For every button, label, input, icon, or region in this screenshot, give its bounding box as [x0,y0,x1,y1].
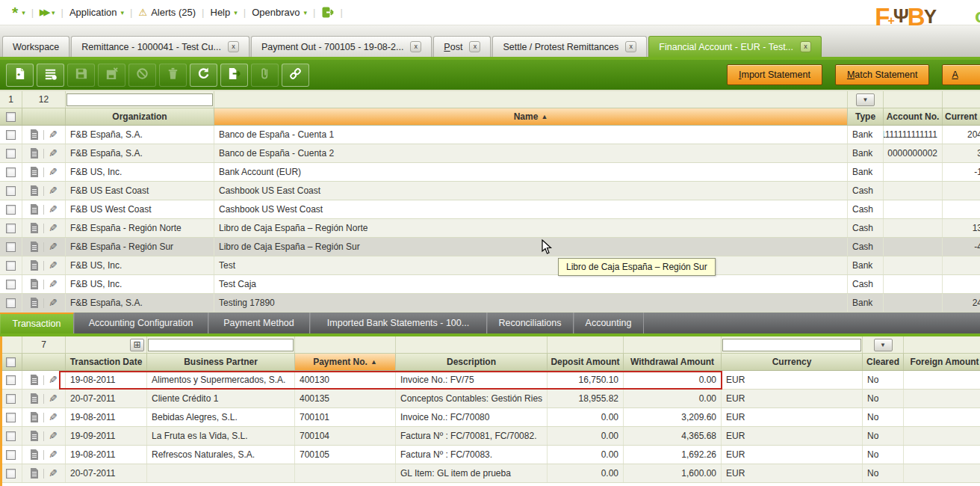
column-header-description[interactable]: Description [396,354,548,370]
tab-close-icon[interactable]: x [228,41,239,52]
tab-close-icon[interactable]: x [625,41,636,52]
filter-dropdown-icon[interactable]: ▼ [856,93,875,106]
row-checkbox[interactable] [6,375,16,385]
transaction-row[interactable]: ✎20-07-2011GL Item: GL item de prueba0.0… [0,464,980,483]
edit-record-icon[interactable]: ✎ [49,431,58,440]
transaction-row[interactable]: ✎19-08-2011Bebidas Alegres, S.L.700101In… [0,408,980,427]
column-header-blank[interactable] [22,108,66,125]
transaction-row[interactable]: ✎19-08-2011Alimentos y Supermercados, S.… [0,371,980,390]
view-record-icon[interactable] [30,204,39,215]
edit-record-icon[interactable]: ✎ [49,298,58,307]
application-menu[interactable]: Application ▾ [65,5,128,19]
column-header-transaction-date[interactable]: Transaction Date [66,354,147,370]
subtab-reconciliations[interactable]: Reconciliations [487,313,574,333]
account-row[interactable]: ✎F&B España, S.A.Testing 17890Bank24 [0,294,980,313]
tab-workspace[interactable]: Workspace [2,36,69,57]
edit-record-icon[interactable]: ✎ [49,186,58,195]
view-record-icon[interactable] [30,148,39,159]
import-statement-button[interactable]: Import Statement [727,64,822,85]
edit-record-icon[interactable]: ✎ [49,167,58,176]
tab-remittance-1000041-test-cu[interactable]: Remittance - 1000041 - Test Cu...x [71,36,249,57]
account-row[interactable]: ✎F&B España - Región SurLibro de Caja Es… [0,238,980,256]
row-checkbox[interactable] [6,261,16,271]
view-record-icon[interactable] [30,431,39,441]
tab-payment-out-700105-19-08-2[interactable]: Payment Out - 700105 - 19-08-2...x [251,36,432,57]
view-record-icon[interactable] [30,468,39,479]
organization-filter-input[interactable] [66,93,213,106]
view-record-icon[interactable] [30,298,39,308]
row-checkbox[interactable] [6,130,16,140]
column-header-deposit-amount[interactable]: Deposit Amount [548,354,624,370]
row-checkbox[interactable] [6,186,16,196]
row-checkbox[interactable] [6,469,16,479]
edit-record-icon[interactable]: ✎ [49,224,58,233]
view-record-icon[interactable] [30,242,39,252]
row-checkbox[interactable] [6,224,16,233]
filter-dropdown-icon[interactable]: ▼ [874,339,893,351]
row-checkbox[interactable] [6,280,16,289]
calendar-icon[interactable]: ⊞ [130,339,144,351]
link-button[interactable] [282,64,309,87]
view-record-icon[interactable] [30,375,39,385]
logout-button[interactable] [317,4,338,20]
edit-record-icon[interactable]: ✎ [49,469,58,478]
view-record-icon[interactable] [30,279,39,289]
row-checkbox[interactable] [6,242,16,252]
edit-record-icon[interactable]: ✎ [49,375,58,384]
column-header-payment-no[interactable]: Payment No.▲ [295,354,396,370]
view-record-icon[interactable] [30,223,39,233]
row-checkbox[interactable] [6,450,16,460]
account-row[interactable]: ✎F&B US, Inc.TestBank [0,256,980,275]
account-row[interactable]: ✎F&B US West CoastCashbook US West Coast… [0,200,980,219]
column-header-blank[interactable] [22,354,66,370]
new-document-button[interactable]: * [6,64,34,87]
home-menu-button[interactable]: * ▾ [7,6,30,19]
edit-record-icon[interactable]: ✎ [49,413,58,422]
row-checkbox[interactable] [6,167,16,177]
a-button[interactable]: A [942,64,980,85]
view-record-icon[interactable] [30,449,39,460]
account-row[interactable]: ✎F&B US, Inc.Bank Account (EUR)Bank-1 [0,163,980,182]
business-partner-filter-input[interactable] [148,339,294,351]
view-record-icon[interactable] [30,185,39,196]
select-all-checkbox[interactable] [6,357,16,367]
tab-close-icon[interactable]: x [800,41,811,52]
new-row-button[interactable] [37,64,64,87]
tab-financial-account-eur-test[interactable]: Financial Account - EUR - Test...x [648,36,822,57]
column-header-withdrawal-amount[interactable]: Withdrawal Amount [624,354,722,370]
view-record-icon[interactable] [30,260,39,271]
subtab-imported-bank-statements-100[interactable]: Imported Bank Statements - 100... [310,313,487,333]
view-record-icon[interactable] [30,167,39,177]
column-header-type[interactable]: Type [848,108,884,125]
openbravo-menu[interactable]: Openbravo ▾ [247,5,311,19]
column-header-blank[interactable] [0,108,22,125]
transaction-row[interactable]: ✎19-08-2011Refrescos Naturales, S.A.7001… [0,446,980,464]
row-checkbox[interactable] [6,149,16,159]
edit-record-icon[interactable]: ✎ [49,205,58,214]
edit-record-icon[interactable]: ✎ [49,242,58,251]
select-all-checkbox[interactable] [6,112,16,122]
tab-post[interactable]: Postx [433,36,491,57]
view-record-icon[interactable] [30,129,39,140]
account-row[interactable]: ✎F&B España, S.A.Banco de España - Cuent… [0,144,980,163]
help-menu[interactable]: Help ▾ [206,5,242,19]
row-checkbox[interactable] [6,298,16,308]
view-record-icon[interactable] [30,393,39,404]
refresh-button[interactable] [190,64,217,87]
edit-record-icon[interactable]: ✎ [49,130,58,139]
account-row[interactable]: ✎F&B US, Inc.Test CajaCash [0,275,980,294]
edit-record-icon[interactable]: ✎ [49,394,58,403]
subtab-transaction[interactable]: Transaction [0,313,74,333]
edit-record-icon[interactable]: ✎ [49,450,58,459]
account-row[interactable]: ✎F&B España - Región NorteLibro de Caja … [0,219,980,238]
tab-close-icon[interactable]: x [410,41,421,52]
column-header-business-partner[interactable]: Business Partner [147,354,295,370]
column-header-foreign-amount[interactable]: Foreign Amount [904,354,980,370]
subtab-accounting[interactable]: Accounting [574,313,644,333]
row-checkbox[interactable] [6,205,16,215]
edit-record-icon[interactable]: ✎ [49,149,58,158]
account-row[interactable]: ✎F&B España, S.A.Banco de España - Cuent… [0,126,980,144]
account-row[interactable]: ✎F&B US East CoastCashbook US East Coast… [0,182,980,200]
column-header-account-no[interactable]: Account No. [884,108,943,125]
column-header-current-balance[interactable]: Current Balance [943,108,980,125]
